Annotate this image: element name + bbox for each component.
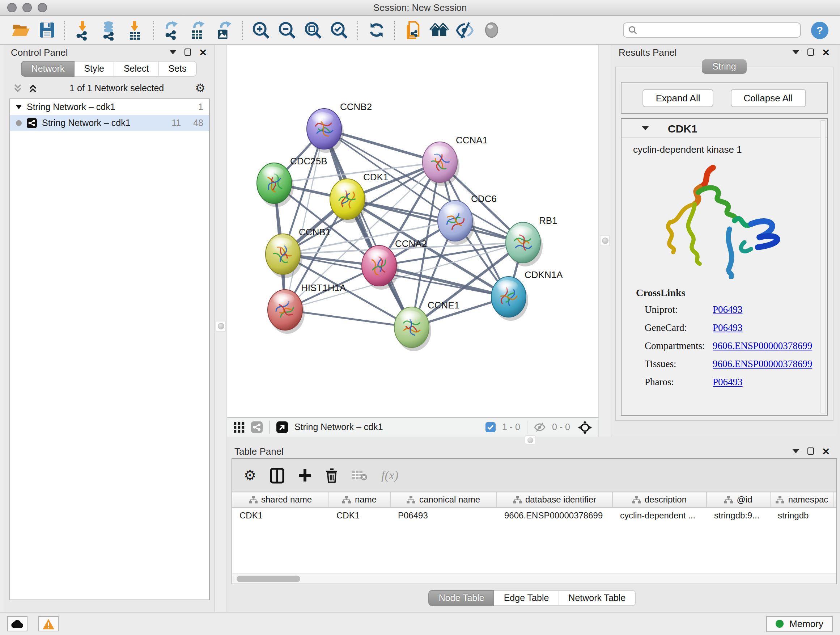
- hide-graphics-details-icon[interactable]: [454, 19, 476, 41]
- network-node-CCNE1[interactable]: CCNE1: [394, 300, 459, 351]
- network-node-CDKN1A[interactable]: CDKN1A: [491, 269, 563, 321]
- tab-node-table[interactable]: Node Table: [429, 590, 494, 606]
- network-row[interactable]: String Network – cdk1 11 48: [10, 115, 209, 131]
- right-splitter-handle[interactable]: [600, 235, 610, 246]
- table-cell[interactable]: stringdb:9...: [707, 508, 771, 523]
- open-session-icon[interactable]: [9, 19, 31, 41]
- collapse-all-chevron-icon[interactable]: [12, 83, 23, 93]
- left-splitter-handle[interactable]: [216, 321, 226, 332]
- import-network-database-icon[interactable]: [98, 19, 120, 41]
- search-input[interactable]: [640, 24, 796, 36]
- houses-icon[interactable]: [428, 19, 450, 41]
- column-header-name[interactable]: name: [329, 492, 391, 507]
- network-node-CDC6[interactable]: CDC6: [438, 193, 497, 245]
- panel-float-icon[interactable]: [807, 49, 814, 56]
- function-builder-icon[interactable]: f(x): [381, 468, 398, 483]
- network-graph[interactable]: CCNB2CCNA1CDC25BCDK1CDC6RB1CCNB1CCNA2CDK…: [227, 45, 598, 417]
- birdseye-crosshair-icon[interactable]: [578, 420, 592, 434]
- detach-view-icon[interactable]: [276, 421, 288, 433]
- import-network-file-icon[interactable]: [73, 19, 94, 41]
- panel-float-icon[interactable]: [807, 448, 814, 455]
- panel-close-icon[interactable]: ✕: [199, 48, 207, 57]
- table-row[interactable]: CDK1CDK1P064939606.ENSP00000378699cyclin…: [232, 508, 836, 523]
- duplicate-network-pages-icon[interactable]: [402, 19, 424, 41]
- maximize-window-button[interactable]: [38, 3, 47, 12]
- table-cell[interactable]: cyclin-dependent ...: [613, 508, 707, 523]
- grid-view-icon[interactable]: [234, 422, 245, 432]
- table-horizontal-scrollbar[interactable]: [232, 573, 836, 584]
- column-header-database-identifier[interactable]: database identifier: [497, 492, 613, 507]
- table-cell[interactable]: P06493: [391, 508, 497, 523]
- network-node-HIST1H1A[interactable]: HIST1H1A: [268, 282, 346, 334]
- memory-button[interactable]: Memory: [766, 616, 833, 632]
- zoom-in-icon[interactable]: [250, 19, 272, 41]
- tab-select[interactable]: Select: [114, 61, 159, 77]
- panel-close-icon[interactable]: ✕: [822, 48, 830, 57]
- export-table-icon[interactable]: [187, 19, 209, 41]
- tab-string[interactable]: String: [701, 59, 747, 74]
- results-scrollbar[interactable]: [821, 120, 826, 413]
- tab-style[interactable]: Style: [74, 61, 114, 77]
- network-canvas[interactable]: CCNB2CCNA1CDC25BCDK1CDC6RB1CCNB1CCNA2CDK…: [227, 45, 598, 417]
- panel-float-icon[interactable]: [185, 49, 191, 56]
- cloud-status-box[interactable]: [7, 616, 27, 631]
- entry-collapse-icon[interactable]: [642, 126, 649, 130]
- network-options-gear-icon[interactable]: ⚙: [195, 82, 205, 94]
- tab-edge-table[interactable]: Edge Table: [494, 590, 559, 606]
- export-image-icon[interactable]: [213, 19, 235, 41]
- delete-table-icon[interactable]: [352, 469, 368, 481]
- left-splitter[interactable]: [214, 45, 227, 612]
- zoom-selected-icon[interactable]: [328, 19, 350, 41]
- network-node-CCNB2[interactable]: CCNB2: [307, 101, 372, 153]
- expand-all-chevron-icon[interactable]: [27, 83, 38, 93]
- collection-expand-icon[interactable]: [16, 105, 22, 109]
- collapse-all-button[interactable]: Collapse All: [731, 89, 806, 107]
- tab-sets[interactable]: Sets: [159, 61, 196, 77]
- import-table-file-icon[interactable]: [125, 19, 146, 41]
- network-view-share-icon[interactable]: [251, 421, 263, 433]
- create-column-icon[interactable]: [298, 469, 312, 482]
- warning-status-box[interactable]: [38, 616, 58, 631]
- panel-close-icon[interactable]: ✕: [822, 447, 830, 456]
- table-cell[interactable]: CDK1: [329, 508, 391, 523]
- close-window-button[interactable]: [7, 3, 17, 12]
- column-header-description[interactable]: description: [613, 492, 707, 507]
- show-columns-icon[interactable]: [270, 467, 284, 483]
- zoom-fit-icon[interactable]: [302, 19, 324, 41]
- crosslink-link[interactable]: P06493: [713, 322, 743, 334]
- crosslink-link[interactable]: P06493: [713, 377, 743, 388]
- zoom-out-icon[interactable]: [276, 19, 298, 41]
- network-node-CCNA1[interactable]: CCNA1: [423, 135, 488, 186]
- column-header-shared-name[interactable]: shared name: [232, 492, 329, 507]
- panel-menu-icon[interactable]: [792, 50, 799, 54]
- delete-column-trash-icon[interactable]: [325, 468, 338, 483]
- panel-menu-icon[interactable]: [169, 50, 177, 54]
- table-cell[interactable]: CDK1: [232, 508, 329, 523]
- edge-CCNB2-CCNE1[interactable]: [324, 129, 412, 327]
- save-session-icon[interactable]: [35, 19, 57, 41]
- column-header-namespac[interactable]: namespac: [771, 492, 834, 507]
- crosslink-link[interactable]: 9606.ENSP00000378699: [713, 340, 812, 352]
- crosslink-link[interactable]: P06493: [713, 304, 743, 316]
- panel-menu-icon[interactable]: [792, 449, 799, 453]
- expand-all-button[interactable]: Expand All: [643, 89, 714, 107]
- refresh-icon[interactable]: [365, 19, 387, 41]
- export-network-icon[interactable]: [161, 19, 183, 41]
- column-header-canonical-name[interactable]: canonical name: [391, 492, 497, 507]
- horizontal-splitter[interactable]: [227, 437, 837, 444]
- network-collection-row[interactable]: String Network – cdk1 1: [10, 99, 209, 115]
- network-node-CDC25B[interactable]: CDC25B: [257, 156, 327, 207]
- help-icon[interactable]: ?: [811, 21, 829, 39]
- minimize-window-button[interactable]: [22, 3, 32, 12]
- crosslink-link[interactable]: 9606.ENSP00000378699: [713, 358, 812, 370]
- eye-icon[interactable]: [480, 19, 502, 41]
- selected-nodes-checkbox-icon[interactable]: [485, 422, 496, 432]
- horizontal-splitter-handle[interactable]: [524, 435, 536, 445]
- scrollbar-thumb[interactable]: [237, 576, 300, 582]
- hidden-elements-icon[interactable]: [534, 422, 546, 432]
- table-cell[interactable]: stringdb: [771, 508, 834, 523]
- tab-network[interactable]: Network: [21, 61, 75, 77]
- right-splitter[interactable]: [598, 45, 611, 437]
- column-header-@id[interactable]: @id: [707, 492, 771, 507]
- tab-network-table[interactable]: Network Table: [559, 590, 636, 606]
